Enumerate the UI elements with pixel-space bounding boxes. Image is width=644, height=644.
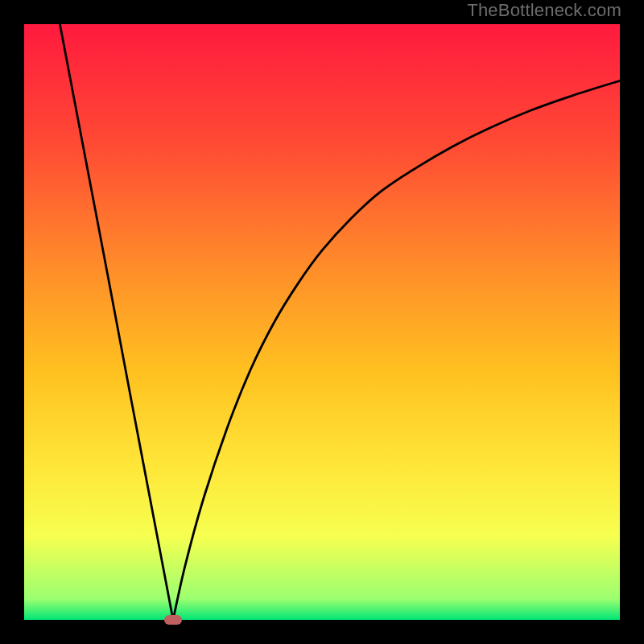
- chart-svg: [24, 24, 620, 620]
- attribution-watermark: TheBottleneck.com: [467, 0, 621, 21]
- plot-area: [24, 24, 620, 620]
- gradient-background: [24, 24, 620, 620]
- chart-stage: TheBottleneck.com: [0, 0, 644, 644]
